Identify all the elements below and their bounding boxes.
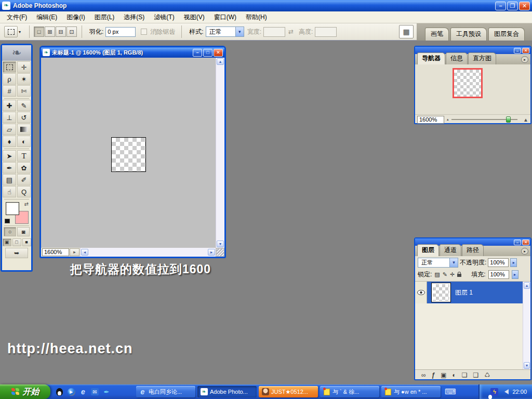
menu-image[interactable]: 图像(I): [62, 11, 89, 24]
tool-dodge[interactable]: ◐: [17, 136, 31, 147]
selection-mode-add[interactable]: ⊞: [45, 26, 55, 37]
style-select[interactable]: 正常 ▾: [206, 26, 244, 37]
menu-layer[interactable]: 图层(L): [90, 11, 119, 24]
vertical-scrollbar[interactable]: ▴ ▾: [216, 58, 224, 248]
adjustment-layer-icon[interactable]: ◐: [453, 371, 456, 379]
panel-minimize-button[interactable]: –: [514, 48, 521, 54]
tab-info[interactable]: 信息: [446, 52, 468, 64]
input-method-keyboard-icon[interactable]: ⌨: [445, 387, 456, 396]
layer-mask-icon[interactable]: ▣: [441, 371, 446, 379]
tool-slice[interactable]: ✄: [17, 85, 31, 97]
status-menu-icon[interactable]: ▸: [70, 248, 79, 256]
start-button[interactable]: 开始: [0, 384, 50, 399]
menu-help[interactable]: 帮助(H): [241, 11, 272, 24]
delete-layer-icon[interactable]: ♺: [484, 371, 490, 379]
tool-move[interactable]: ✛: [17, 61, 31, 73]
scroll-down-icon[interactable]: ▾: [524, 362, 530, 369]
link-layers-icon[interactable]: ∞: [421, 371, 426, 379]
minimize-button[interactable]: –: [495, 2, 506, 10]
jump-to-imageready-button[interactable]: ➥: [5, 248, 28, 258]
opacity-arrow-icon[interactable]: ▸: [510, 258, 517, 267]
quick-mask-mode-button[interactable]: ◙: [17, 227, 30, 236]
well-tab-layer-comps[interactable]: 图层复合: [488, 28, 525, 41]
zoom-in-icon[interactable]: ▲: [523, 117, 528, 123]
close-button[interactable]: ✕: [519, 2, 530, 10]
selection-mode-intersect[interactable]: ⊡: [66, 26, 77, 37]
taskbar-item-qq-chat[interactable]: JUST★0512...: [259, 386, 318, 397]
tool-path-selection[interactable]: ➤: [3, 150, 16, 162]
tool-brush[interactable]: ✎: [17, 100, 31, 111]
selection-mode-subtract[interactable]: ⊟: [56, 26, 66, 37]
fullscreen-button[interactable]: ■: [22, 238, 31, 246]
layer-style-icon[interactable]: ƒ: [432, 371, 435, 379]
layer-list-scrollbar[interactable]: ▴ ▾: [523, 282, 530, 369]
tool-rectangular-marquee[interactable]: [3, 61, 16, 73]
lock-transparency-icon[interactable]: ▨: [434, 271, 440, 278]
chevron-down-icon[interactable]: ▾: [19, 30, 21, 34]
blend-mode-select[interactable]: 正常 ▾: [418, 258, 458, 268]
zoom-out-icon[interactable]: ▴: [447, 117, 449, 122]
selection-mode-new[interactable]: □: [34, 26, 44, 37]
panel-close-button[interactable]: ✕: [522, 48, 529, 54]
fullscreen-menubar-button[interactable]: □: [12, 238, 21, 246]
height-input[interactable]: [315, 27, 337, 37]
tool-pen[interactable]: ✒: [3, 162, 16, 174]
antialias-checkbox[interactable]: [141, 29, 147, 35]
document-titlebar[interactable]: ❧ 未标题-1 @ 1600% (图层 1, RGB/8) – □ ✕: [41, 47, 224, 58]
taskbar-item-chat-1[interactable]: 与 ` & 徐...: [320, 386, 379, 397]
tool-magic-wand[interactable]: ✶: [17, 73, 31, 85]
transparent-artboard[interactable]: [111, 137, 146, 172]
default-colors-icon[interactable]: [5, 219, 10, 223]
zoom-slider-thumb[interactable]: [506, 116, 511, 123]
swap-colors-icon[interactable]: ⇄: [24, 201, 29, 207]
scroll-down-icon[interactable]: ▾: [217, 241, 224, 247]
visibility-cell[interactable]: [415, 282, 427, 303]
scroll-up-icon[interactable]: ▴: [217, 58, 224, 65]
tool-lasso[interactable]: ρ: [3, 73, 16, 85]
tray-app-icon[interactable]: ϟ: [490, 388, 498, 396]
tool-custom-shape[interactable]: ✿: [17, 162, 31, 174]
qq-quicklaunch-icon[interactable]: [55, 388, 63, 396]
layer-row-selected[interactable]: 图层 1: [415, 282, 523, 303]
menu-file[interactable]: 文件(F): [2, 11, 32, 24]
tool-eyedropper[interactable]: ✐: [17, 174, 31, 185]
layer-thumbnail[interactable]: [432, 283, 450, 302]
pen-quicklaunch-icon[interactable]: ✒: [102, 388, 111, 396]
well-tab-brushes[interactable]: 画笔: [425, 28, 449, 41]
panel-menu-icon[interactable]: ▸: [521, 56, 528, 63]
tool-notes[interactable]: ▤: [3, 174, 16, 185]
tool-zoom[interactable]: Q: [17, 186, 31, 197]
fill-field[interactable]: 100%: [488, 270, 509, 279]
document-canvas[interactable]: [41, 58, 216, 248]
doc-minimize-button[interactable]: –: [193, 49, 202, 57]
menu-edit[interactable]: 编辑(E): [32, 11, 62, 24]
tab-channels[interactable]: 通道: [440, 244, 461, 256]
lock-pixels-icon[interactable]: ✎: [443, 271, 447, 278]
panel-close-button[interactable]: ✕: [522, 240, 529, 245]
tool-crop[interactable]: #: [3, 85, 16, 97]
tool-gradient[interactable]: [17, 124, 31, 135]
tool-healing-brush[interactable]: ✚: [3, 100, 16, 111]
navigator-zoom-field[interactable]: 1600%: [417, 116, 444, 124]
menu-filter[interactable]: 滤镜(T): [149, 11, 179, 24]
tool-preset-button[interactable]: [4, 26, 18, 37]
layer-group-icon[interactable]: ❏: [462, 371, 468, 379]
horizontal-scrollbar[interactable]: ◂ ▸: [80, 248, 216, 257]
standard-mode-button[interactable]: ○: [4, 227, 16, 236]
tab-paths[interactable]: 路径: [462, 244, 484, 256]
doc-zoom-field[interactable]: 1600%: [42, 248, 69, 256]
doc-maximize-button[interactable]: □: [203, 49, 212, 57]
tool-blur[interactable]: ♦: [3, 136, 16, 147]
tool-history-brush[interactable]: ↺: [17, 112, 31, 123]
tool-type[interactable]: T: [17, 150, 31, 162]
foreground-color-swatch[interactable]: [6, 202, 19, 215]
lock-position-icon[interactable]: ✛: [450, 271, 455, 278]
taskbar-item-chat-2[interactable]: 与 ●w en * ...: [381, 386, 441, 397]
tab-histogram[interactable]: 直方图: [468, 52, 496, 64]
tab-layers[interactable]: 图层: [417, 244, 439, 256]
panel-menu-icon[interactable]: ▸: [521, 248, 528, 255]
new-layer-icon[interactable]: ❑: [473, 371, 479, 379]
lock-all-icon[interactable]: [457, 274, 461, 277]
tool-eraser[interactable]: ▱: [3, 124, 16, 135]
doc-close-button[interactable]: ✕: [214, 49, 223, 57]
